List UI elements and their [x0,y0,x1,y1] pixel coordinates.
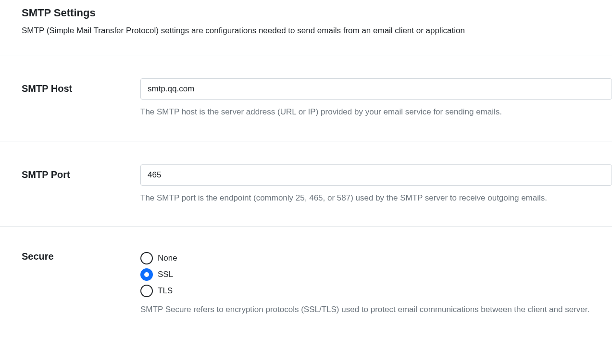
secure-option-tls[interactable]: TLS [140,285,612,297]
secure-option-tls-label: TLS [158,286,173,296]
radio-icon [140,252,153,264]
smtp-host-input[interactable] [140,78,612,100]
smtp-host-field: SMTP Host The SMTP host is the server ad… [0,55,612,141]
smtp-port-input[interactable] [140,164,612,186]
smtp-settings-header: SMTP Settings SMTP (Simple Mail Transfer… [0,0,612,55]
secure-option-ssl-label: SSL [158,270,173,279]
smtp-host-label: SMTP Host [22,78,140,94]
radio-icon [140,285,153,297]
secure-label: Secure [22,250,140,262]
page-description: SMTP (Simple Mail Transfer Protocol) set… [22,25,590,37]
radio-icon [140,268,153,281]
secure-option-none-label: None [158,253,177,263]
smtp-host-help: The SMTP host is the server address (URL… [140,106,612,118]
secure-option-none[interactable]: None [140,252,612,264]
smtp-port-field: SMTP Port The SMTP port is the endpoint … [0,141,612,227]
secure-content: None SSL TLS SMTP Secure refers to encry… [140,250,612,315]
secure-radio-group: None SSL TLS [140,250,612,297]
page-title: SMTP Settings [22,7,590,19]
secure-field: Secure None SSL TLS SMTP Secure refers t… [0,226,612,339]
smtp-host-content: The SMTP host is the server address (URL… [140,78,612,118]
smtp-port-content: The SMTP port is the endpoint (commonly … [140,164,612,204]
secure-help: SMTP Secure refers to encryption protoco… [140,304,612,315]
smtp-port-label: SMTP Port [22,164,140,180]
smtp-port-help: The SMTP port is the endpoint (commonly … [140,192,612,204]
secure-option-ssl[interactable]: SSL [140,268,612,281]
